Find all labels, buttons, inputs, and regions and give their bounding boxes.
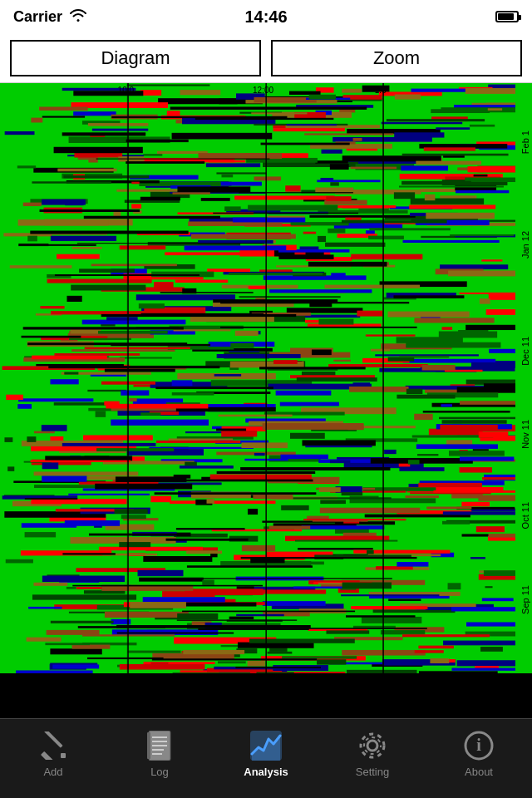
status-time: 14:46: [244, 7, 287, 27]
tab-setting-label: Setting: [356, 766, 389, 778]
log-icon: [143, 729, 176, 762]
tab-add-label: Add: [43, 766, 62, 778]
header: Diagram Zoom: [0, 33, 532, 83]
vertical-line-2: [266, 83, 267, 673]
svg-text:i: i: [476, 736, 481, 754]
tab-about-label: About: [465, 766, 493, 778]
svg-rect-2: [61, 753, 66, 758]
date-label-jan12: Jan 12: [520, 231, 530, 259]
date-label-dec11: Dec 11: [520, 337, 530, 366]
vertical-line-3: [383, 83, 384, 673]
setting-icon: [356, 729, 389, 762]
svg-rect-1: [44, 732, 63, 748]
analysis-icon: [249, 729, 283, 762]
date-label-feb1: Feb 1: [520, 131, 530, 154]
tab-add[interactable]: Add: [0, 726, 106, 778]
tab-analysis-label: Analysis: [244, 766, 288, 778]
svg-rect-0: [41, 751, 56, 760]
tab-log[interactable]: Log: [106, 726, 213, 778]
carrier-label: Carrier: [13, 8, 62, 26]
date-label-nov11: Nov 11: [520, 420, 530, 449]
svg-point-13: [367, 741, 377, 751]
tab-about[interactable]: i About: [426, 726, 532, 778]
diagram-area: Feb 1 Jan 12 Dec 11 Nov 11 Oct 11 Sep 11: [0, 83, 532, 673]
diagram-button[interactable]: Diagram: [10, 40, 261, 76]
svg-rect-10: [147, 732, 150, 759]
about-icon: i: [462, 729, 495, 762]
tab-setting[interactable]: Setting: [319, 726, 426, 778]
vertical-line-1: [128, 83, 129, 673]
zoom-button[interactable]: Zoom: [271, 40, 522, 76]
add-icon: [37, 729, 70, 762]
tab-bar: Add Log Analysis: [0, 718, 532, 798]
battery-icon: [495, 11, 519, 22]
date-label-oct11: Oct 11: [520, 502, 530, 529]
wifi-icon: [69, 8, 87, 25]
tab-log-label: Log: [150, 766, 169, 778]
status-bar: Carrier 14:46: [0, 0, 532, 33]
tab-analysis[interactable]: Analysis: [213, 726, 319, 778]
date-label-sep11: Sep 11: [520, 585, 530, 614]
